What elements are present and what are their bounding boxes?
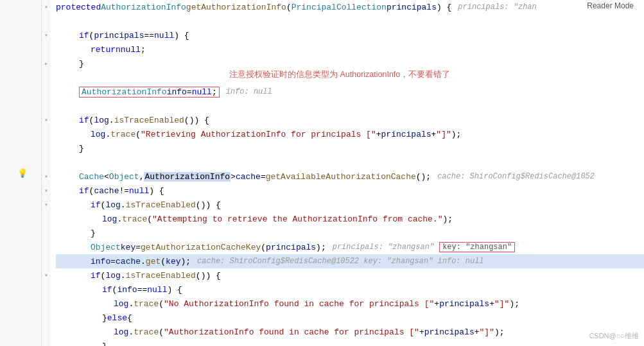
- fold-row: ▾: [42, 28, 51, 42]
- reader-mode-text[interactable]: Reader Mode: [587, 1, 634, 10]
- gutter-row: [0, 139, 38, 153]
- breakpoint-area[interactable]: [29, 281, 35, 287]
- breakpoint-area[interactable]: [29, 156, 35, 162]
- token-var: cache: [116, 257, 141, 266]
- token-method: isTraceEnabled: [126, 200, 196, 210]
- inline-hint: cache: ShiroConfig$RedisCache@10522 key:…: [197, 257, 483, 266]
- code-line: } else {: [56, 311, 644, 325]
- token-string: "Retrieving AuthorizationInfo for princi…: [141, 130, 376, 139]
- breakpoint-area[interactable]: [29, 4, 35, 10]
- token-plain: =: [187, 87, 192, 97]
- fold-icon[interactable]: ▾: [44, 31, 48, 39]
- fold-row: [42, 226, 51, 240]
- breakpoint-area[interactable]: [29, 336, 35, 342]
- gutter-row: [0, 263, 38, 277]
- fold-icon[interactable]: ▾: [44, 116, 48, 124]
- token-plain: ;: [141, 45, 146, 55]
- token-var: cache: [236, 172, 261, 182]
- breakpoint-area[interactable]: [29, 17, 35, 24]
- fold-row: ▾: [42, 198, 51, 212]
- token-plain: );: [180, 257, 191, 266]
- breakpoint-area[interactable]: [29, 184, 35, 190]
- token-type: PrincipalCollection: [292, 3, 387, 12]
- breakpoint-area[interactable]: [29, 225, 35, 232]
- token-var: info: [167, 87, 187, 97]
- code-line: [56, 14, 644, 28]
- gutter-row: [0, 125, 38, 139]
- token-plain: ()) {: [196, 200, 221, 210]
- token-kw: if: [79, 186, 89, 196]
- code-line: log.trace("AuthorizationInfo found in ca…: [56, 325, 644, 339]
- breakpoint-area[interactable]: [29, 170, 35, 177]
- token-method: isTraceEnabled: [114, 116, 184, 125]
- fold-icon[interactable]: ▾: [44, 201, 48, 209]
- breakpoint-area[interactable]: [29, 142, 35, 148]
- token-plain: .: [109, 116, 114, 125]
- gutter-row: [0, 333, 38, 347]
- fold-icon[interactable]: ▾: [44, 272, 48, 279]
- token-var: key: [121, 243, 135, 252]
- fold-icon[interactable]: ▸: [44, 60, 48, 67]
- token-kw: else: [107, 313, 127, 323]
- breakpoint-area[interactable]: [29, 198, 35, 204]
- code-line: if (info == null) {: [56, 282, 644, 297]
- token-var: principals: [94, 31, 144, 40]
- fold-row: [42, 141, 51, 155]
- breakpoint-area[interactable]: [29, 322, 35, 329]
- token-plain: ()) {: [196, 271, 221, 281]
- breakpoint-area[interactable]: [29, 128, 35, 135]
- token-string: "Attempting to retrieve the Authorizatio…: [152, 214, 442, 224]
- code-line: log.trace("Retrieving AuthorizationInfo …: [56, 127, 644, 141]
- watermark: CSDN@○○维维: [589, 331, 639, 341]
- token-plain: +: [474, 327, 480, 337]
- breakpoint-area[interactable]: [29, 87, 35, 93]
- code-area[interactable]: protected AuthorizationInfo getAuthoriza…: [51, 0, 644, 346]
- token-var: log: [105, 271, 120, 281]
- token-kw: null: [147, 285, 167, 295]
- breakpoint-area[interactable]: [29, 211, 35, 218]
- token-kw: if: [79, 116, 89, 125]
- token-kw: protected: [56, 3, 101, 12]
- breakpoint-area[interactable]: [29, 295, 35, 301]
- breakpoint-area[interactable]: [29, 266, 35, 273]
- fold-icon[interactable]: ▾: [44, 3, 48, 11]
- fold-row: ▾: [42, 113, 51, 127]
- token-highlight: AuthorizationInfo: [144, 172, 231, 182]
- token-string: "]": [480, 327, 494, 337]
- token-plain: ==: [137, 285, 148, 295]
- fold-row: [42, 99, 51, 113]
- token-plain: ==: [144, 31, 154, 40]
- fold-row: [42, 240, 51, 254]
- fold-col: ▾▾▸▾▾▾▾▾: [42, 0, 51, 346]
- breakpoint-area[interactable]: [29, 59, 35, 65]
- breakpoint-area[interactable]: [29, 253, 35, 259]
- breakpoint-area[interactable]: [29, 114, 35, 121]
- token-var: principals: [424, 327, 474, 337]
- token-kw: null: [192, 87, 212, 97]
- token-plain: );: [316, 243, 326, 252]
- breakpoint-area[interactable]: [29, 308, 35, 315]
- fold-icon[interactable]: ▾: [44, 187, 48, 195]
- gutter: 💡: [0, 0, 42, 346]
- fold-row: ▾: [42, 169, 51, 184]
- token-plain: .: [105, 130, 110, 139]
- gutter-row: [0, 249, 38, 263]
- reader-mode-label[interactable]: Reader Mode: [582, 0, 639, 12]
- code-line: if (principals == null) {: [56, 28, 644, 42]
- breakpoint-area[interactable]: [29, 31, 35, 38]
- breakpoint-area[interactable]: [29, 239, 35, 245]
- code-line: if (log.isTraceEnabled()) {: [56, 268, 644, 282]
- fold-row: [42, 85, 51, 99]
- token-plain: ();: [416, 172, 431, 182]
- breakpoint-area[interactable]: [29, 45, 35, 51]
- breakpoint-area[interactable]: [29, 73, 35, 80]
- token-plain: +: [489, 299, 494, 309]
- token-plain: (: [159, 299, 164, 309]
- breakpoint-area[interactable]: [29, 101, 35, 107]
- editor-container: 💡 ▾▾▸▾▾▾▾▾ protected AuthorizationInfo g…: [0, 0, 644, 346]
- gutter-row: [0, 291, 38, 305]
- fold-row: [42, 42, 51, 56]
- token-plain: .: [117, 214, 122, 224]
- token-var: principals: [439, 299, 489, 309]
- fold-icon[interactable]: ▾: [44, 173, 48, 180]
